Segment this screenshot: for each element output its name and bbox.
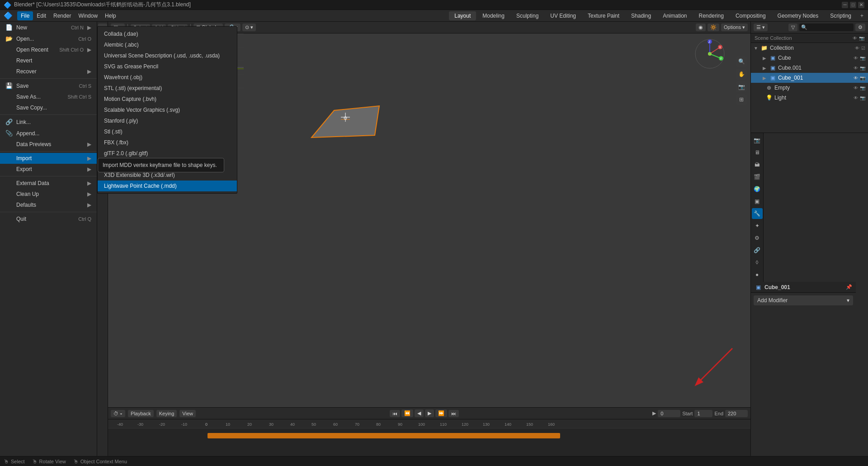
pan-button[interactable]: ✋ bbox=[736, 69, 747, 80]
file-menu-cleanup[interactable]: Clean Up ▶ bbox=[0, 189, 97, 200]
collection-exclude[interactable]: ☑ bbox=[861, 46, 865, 51]
prop-tab-scene[interactable]: 🎬 bbox=[752, 171, 763, 182]
tab-uv-editing[interactable]: UV Editing bbox=[545, 11, 581, 20]
cube001-visibility[interactable]: 👁 bbox=[854, 66, 858, 71]
add-workspace-button[interactable]: + bbox=[858, 11, 866, 20]
file-menu-revert[interactable]: Revert bbox=[0, 55, 97, 66]
prop-tab-render[interactable]: 📷 bbox=[752, 135, 763, 146]
import-stl[interactable]: STL (.stl) (experimental) bbox=[98, 83, 237, 94]
import-stanford[interactable]: Stanford (.ply) bbox=[98, 115, 237, 126]
file-menu-new[interactable]: 📄 New Ctrl N ▶ bbox=[0, 22, 97, 33]
prop-tab-object[interactable]: ▣ bbox=[752, 196, 763, 207]
tab-rendering[interactable]: Rendering bbox=[693, 11, 729, 20]
tab-layout[interactable]: Layout bbox=[449, 11, 476, 20]
orthographic-button[interactable]: ⊞ bbox=[736, 94, 747, 105]
navigation-gizmo[interactable]: Z X Y bbox=[694, 38, 726, 70]
viewport-render-mode[interactable]: 🔆 bbox=[708, 24, 719, 31]
empty-render[interactable]: 📷 bbox=[860, 86, 865, 90]
outliner-item-cube001[interactable]: ▶ ▣ Cube.001 👁 📷 bbox=[751, 63, 868, 73]
cube001-active-render[interactable]: 📷 bbox=[860, 76, 865, 81]
import-svg-grease[interactable]: SVG as Grease Pencil bbox=[98, 61, 237, 72]
file-menu-open-recent[interactable]: Open Recent Shift Ctrl O ▶ bbox=[0, 44, 97, 55]
prop-tab-data[interactable]: ◊ bbox=[752, 257, 763, 268]
tab-shading[interactable]: Shading bbox=[626, 11, 656, 20]
cube-visibility[interactable]: 👁 bbox=[854, 56, 858, 61]
outliner-visibility-icon[interactable]: 👁 bbox=[853, 36, 857, 41]
options-button[interactable]: Options ▾ bbox=[721, 24, 748, 31]
timeline-view[interactable]: View bbox=[179, 410, 196, 417]
outliner-item-cube-001-active[interactable]: ▶ ▣ Cube_001 👁 📷 bbox=[751, 73, 868, 83]
step-forward-button[interactable]: ⏩ bbox=[435, 409, 447, 417]
prop-tab-physics[interactable]: ⚙ bbox=[752, 233, 763, 243]
import-motion-capture[interactable]: Motion Capture (.bvh) bbox=[98, 94, 237, 105]
empty-visibility[interactable]: 👁 bbox=[854, 86, 858, 90]
import-fbx[interactable]: FBX (.fbx) bbox=[98, 137, 237, 148]
file-menu-external-data[interactable]: External Data ▶ bbox=[0, 178, 97, 189]
import-stl2[interactable]: Stl (.stl) bbox=[98, 126, 237, 137]
minimize-button[interactable]: ─ bbox=[842, 2, 848, 8]
zoom-in-button[interactable]: 🔍 bbox=[736, 56, 747, 67]
tab-modeling[interactable]: Modeling bbox=[477, 11, 510, 20]
timeline-keying[interactable]: Keying bbox=[156, 410, 177, 417]
outliner-filter[interactable]: ▽ bbox=[788, 24, 797, 31]
outliner-search-input[interactable] bbox=[807, 25, 852, 30]
file-menu-import[interactable]: Import ▶ Collada (.dae) Alembic (.abc) U… bbox=[0, 153, 97, 164]
outliner-item-cube[interactable]: ▶ ▣ Cube 👁 📷 bbox=[751, 53, 868, 63]
file-menu-append[interactable]: 📎 Append... bbox=[0, 128, 97, 139]
start-frame-input[interactable]: 1 bbox=[694, 410, 712, 417]
camera-button[interactable]: 📷 bbox=[736, 81, 747, 92]
play-button[interactable]: ▶ bbox=[425, 409, 434, 417]
add-modifier-button[interactable]: Add Modifier ▾ bbox=[754, 295, 853, 305]
outliner-item-light[interactable]: 💡 Light 👁 📷 bbox=[751, 93, 868, 103]
light-render[interactable]: 📷 bbox=[860, 95, 865, 100]
prop-tab-view-layer[interactable]: 🏔 bbox=[752, 159, 763, 170]
file-menu-save-copy[interactable]: Save Copy... bbox=[0, 102, 97, 113]
viewport-proportional-editing[interactable]: ⊙ ▾ bbox=[242, 24, 256, 31]
import-lightwave[interactable]: Lightwave Point Cache (.mdd) bbox=[98, 181, 237, 191]
cube-render[interactable]: 📷 bbox=[860, 56, 865, 61]
tab-animation[interactable]: Animation bbox=[657, 11, 692, 20]
file-menu-save-as[interactable]: Save As... Shift Ctrl S bbox=[0, 91, 97, 102]
light-visibility[interactable]: 👁 bbox=[854, 95, 858, 100]
jump-end-button[interactable]: ⏭ bbox=[448, 410, 459, 417]
tab-compositing[interactable]: Compositing bbox=[730, 11, 771, 20]
tab-geometry-nodes[interactable]: Geometry Nodes bbox=[772, 11, 824, 20]
menu-item-window[interactable]: Window bbox=[75, 11, 101, 20]
current-frame-input[interactable]: 0 bbox=[658, 410, 680, 417]
outliner-item-collection[interactable]: ▼ 📁 Collection 👁 ☑ bbox=[751, 43, 868, 53]
prop-pin-button[interactable]: 📌 bbox=[846, 284, 852, 290]
prop-tab-constraints[interactable]: 🔗 bbox=[752, 245, 763, 256]
prop-tab-particles[interactable]: ✦ bbox=[752, 220, 763, 231]
tab-scripting[interactable]: Scripting bbox=[825, 11, 857, 20]
import-svg-scalable[interactable]: Scalable Vector Graphics (.svg) bbox=[98, 105, 237, 115]
maximize-button[interactable]: □ bbox=[850, 2, 856, 8]
menu-item-edit[interactable]: Edit bbox=[33, 11, 50, 20]
prop-tab-output[interactable]: 🖥 bbox=[752, 147, 763, 158]
file-menu-recover[interactable]: Recover ▶ bbox=[0, 66, 97, 77]
cube001-render[interactable]: 📷 bbox=[860, 66, 865, 71]
tab-sculpting[interactable]: Sculpting bbox=[511, 11, 544, 20]
menu-item-help[interactable]: Help bbox=[101, 11, 120, 20]
collection-visibility[interactable]: 👁 bbox=[855, 46, 859, 51]
menu-item-file[interactable]: File bbox=[17, 11, 33, 20]
play-back-button[interactable]: ◀ bbox=[415, 409, 424, 417]
step-back-button[interactable]: ⏪ bbox=[401, 409, 413, 417]
cube001-active-visibility[interactable]: 👁 bbox=[854, 76, 858, 81]
outliner-options[interactable]: ⚙ bbox=[855, 24, 865, 31]
file-menu-data-previews[interactable]: Data Previews ▶ bbox=[0, 139, 97, 150]
import-collada[interactable]: Collada (.dae) bbox=[98, 29, 237, 39]
viewport-overlay-circle[interactable]: ◉ bbox=[696, 24, 706, 31]
end-frame-input[interactable]: 220 bbox=[725, 410, 748, 417]
prop-tab-material[interactable]: ● bbox=[752, 269, 763, 280]
prop-tab-world[interactable]: 🌍 bbox=[752, 184, 763, 195]
close-button[interactable]: ✕ bbox=[858, 2, 864, 8]
file-menu-defaults[interactable]: Defaults ▶ bbox=[0, 200, 97, 210]
timeline-playback[interactable]: Playback bbox=[128, 410, 154, 417]
file-menu-link[interactable]: 🔗 Link... bbox=[0, 116, 97, 128]
file-menu-quit[interactable]: Quit Ctrl Q bbox=[0, 214, 97, 224]
file-menu-export[interactable]: Export ▶ bbox=[0, 164, 97, 175]
outliner-render-icon[interactable]: 📷 bbox=[859, 36, 864, 41]
file-menu-open[interactable]: 📂 Open... Ctrl O bbox=[0, 33, 97, 44]
import-gltf[interactable]: glTF 2.0 (.glb/.gltf) bbox=[98, 148, 237, 159]
tab-texture-paint[interactable]: Texture Paint bbox=[582, 11, 625, 20]
